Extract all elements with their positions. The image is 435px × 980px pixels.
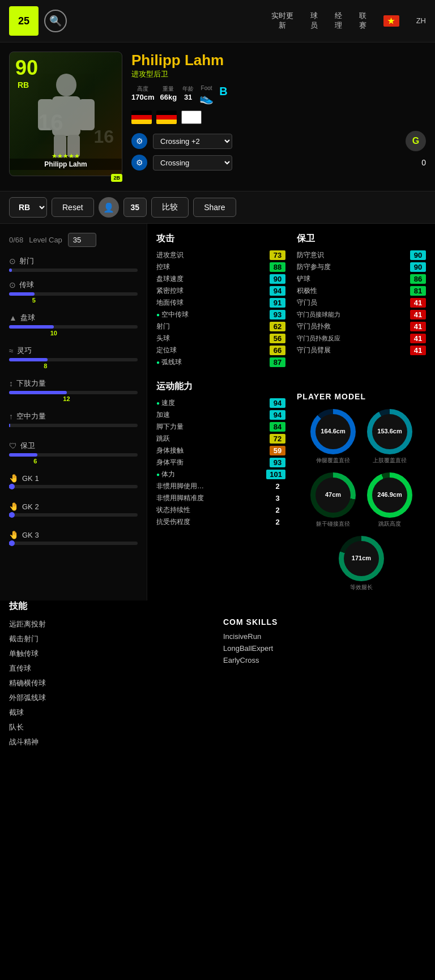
stat-row-defense: 🛡 保卫 6 [9, 441, 138, 457]
dribbling-label: 盘球 [20, 313, 35, 323]
defense-title: 保卫 [297, 233, 426, 245]
position-select[interactable]: RB [9, 197, 47, 218]
nav-realtime[interactable]: 实时更新 [271, 11, 293, 31]
nav-manager[interactable]: 经理 [335, 11, 342, 31]
flag-germany [131, 110, 152, 124]
main-nav: 实时更新 球员 经理 联赛 ★ ZH [271, 11, 426, 31]
svg-point-0 [56, 74, 76, 96]
skill-dropdowns: ⚙ Crossing +2 Crossing +1 Crossing G ⚙ C… [131, 131, 426, 171]
stat-row-passing: ⊙ 传球 5 [9, 280, 138, 296]
nav-league[interactable]: 联赛 [359, 11, 366, 31]
airpower-icon: ↑ [9, 412, 13, 421]
attack-title: 攻击 [156, 233, 285, 245]
defense-icon: 🛡 [9, 441, 17, 450]
attr-弧线球: ● 弧线球 87 [156, 357, 285, 367]
skill-icon-2: ⚙ [131, 155, 147, 171]
search-button[interactable]: 🔍 [44, 10, 67, 32]
circle-ring-arm: 153.6cm [367, 409, 412, 454]
attr-定位球: 定位球 66 [156, 346, 285, 355]
player-stats-row: 高度 170cm 重量 66kg 年龄 31 Foot 👟 B [131, 85, 426, 105]
shooting-bar [9, 269, 12, 272]
attr-加速: 加速 94 [156, 410, 285, 420]
attr-空中传球: ● 空中传球 93 [156, 310, 285, 319]
gk3-bar-container [9, 542, 138, 545]
skill-item-2: 截击射门 [9, 633, 212, 645]
stat-row-airpower: ↑ 空中力量 [9, 411, 138, 427]
attr-身体平衡: 身体平衡 93 [156, 458, 285, 467]
stat-row-agility: ≈ 灵巧 8 [9, 346, 138, 361]
agility-label: 灵巧 [17, 346, 32, 356]
stat-height: 高度 170cm [131, 85, 154, 105]
com-skill-2: LongBallExpert [223, 644, 426, 653]
attr-脚下力量: 脚下力量 84 [156, 422, 285, 432]
gk1-icon: 🤚 [9, 474, 19, 483]
flag-club [181, 110, 202, 124]
skill-item-5: 精确横传球 [9, 677, 212, 689]
gk2-label: GK 2 [22, 502, 39, 511]
header: 25 🔍 实时更新 球员 经理 联赛 ★ ZH [0, 0, 435, 42]
skill-item-8: 队长 [9, 721, 212, 734]
stat-row-gk2: 🤚 GK 2 [9, 502, 138, 517]
logo-area: 25 🔍 [9, 6, 67, 36]
attr-防守意识: 防守意识 90 [297, 250, 426, 260]
motion-title: 运动能力 [156, 381, 285, 393]
player-info: Philipp Lahm 进攻型后卫 高度 170cm 重量 66kg 年龄 3… [131, 52, 426, 182]
shooting-bar-container [9, 269, 138, 272]
airpower-bar-container [9, 424, 138, 427]
svg-rect-3 [79, 99, 95, 130]
airpower-bar [9, 424, 10, 427]
compare-button[interactable]: 比较 [151, 197, 189, 218]
attr-非惯用脚: 非惯用脚使用… 2 [156, 482, 285, 491]
com-skills-title: COM SKILLS [223, 617, 426, 627]
stat-row-dribbling: ▲ 盘球 10 [9, 313, 138, 329]
stat-row-gk1: 🤚 GK 1 [9, 474, 138, 488]
attr-状态持续性: 状态持续性 2 [156, 505, 285, 515]
circle-leg-reach: 164.6cm 伸腿覆盖直径 [310, 409, 356, 465]
lower-icon: ↕ [9, 379, 13, 388]
circle-leg-length: 171cm 等效腿长 [339, 536, 384, 591]
nav-lang[interactable]: ZH [416, 16, 426, 26]
agility-bar [9, 358, 48, 361]
level-cap-input[interactable] [68, 233, 96, 247]
lower-bar [9, 391, 67, 394]
card-name: Philipp Lahm [10, 159, 122, 170]
passing-bar [9, 292, 35, 296]
svg-text:16: 16 [38, 110, 63, 135]
right-content: 攻击 进攻意识 73 控球 88 盘球速度 90 紧密控球 94 [147, 224, 435, 600]
com-skill-1: IncisiveRun [223, 632, 426, 641]
attr-铲球: 铲球 86 [297, 274, 426, 284]
airpower-label: 空中力量 [16, 411, 46, 421]
efhub-logo[interactable]: 25 [9, 6, 39, 36]
stat-age: 年龄 31 [182, 85, 194, 105]
model-circles-mid: 47cm 躯干碰接直径 246.9cm 跳跃高度 [297, 472, 426, 528]
stat-row-lower: ↕ 下肢力量 12 [9, 378, 138, 394]
lower-bar-container: 12 [9, 391, 138, 394]
com-skills-section: COM SKILLS IncisiveRun LongBallExpert Ea… [223, 617, 426, 748]
attr-跳跃: 跳跃 72 [156, 434, 285, 444]
lang-cn-flag[interactable]: ★ [383, 15, 399, 27]
left-panel: 0/68 Level Cap ⊙ 射门 ⊙ 传球 5 [0, 224, 147, 600]
skill-item-6: 外部弧线球 [9, 692, 212, 704]
skill-item-7: 截球 [9, 706, 212, 719]
motion-col: 运动能力 ● 速度 94 加速 94 脚下力量 84 跳跃 [156, 381, 285, 591]
skill-row-2: ⚙ Crossing Crossing +1 Crossing +2 0 [131, 155, 426, 171]
player-model-title: PLAYER MODEL [297, 392, 426, 401]
nav-player[interactable]: 球员 [310, 11, 318, 31]
share-button[interactable]: Share [193, 198, 236, 217]
attack-col: 攻击 进攻意识 73 控球 88 盘球速度 90 紧密控球 94 [156, 233, 285, 369]
g-badge: G [406, 131, 426, 151]
reset-button[interactable]: Reset [52, 198, 94, 217]
skill-select-1[interactable]: Crossing +2 Crossing +1 Crossing [153, 134, 232, 149]
attr-积极性: 积极性 81 [297, 286, 426, 296]
defense-bar-container: 6 [9, 453, 138, 457]
card-image: 90 RB 16 16 ★★★★★ Philipp Lahm [9, 52, 122, 176]
skill-row-1: ⚙ Crossing +2 Crossing +1 Crossing G [131, 131, 426, 151]
attr-進攻意識: 进攻意识 73 [156, 250, 285, 260]
defense-bar [9, 453, 37, 457]
attrs-two-col: 攻击 进攻意识 73 控球 88 盘球速度 90 紧密控球 94 [156, 233, 426, 369]
circle-ring-jump: 246.9cm [367, 472, 412, 518]
passing-icon: ⊙ [9, 280, 16, 289]
skill-select-2[interactable]: Crossing Crossing +1 Crossing +2 [153, 155, 232, 171]
player-icon[interactable]: 👤 [99, 197, 119, 218]
shooting-label: 射门 [19, 256, 34, 266]
